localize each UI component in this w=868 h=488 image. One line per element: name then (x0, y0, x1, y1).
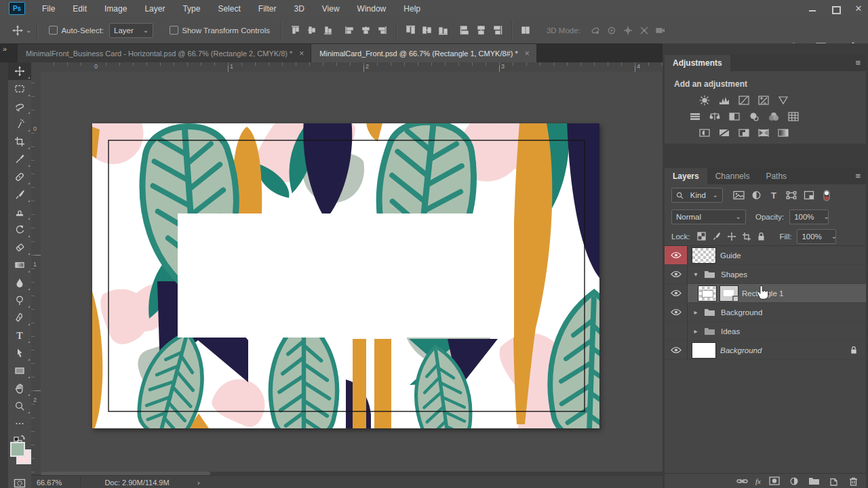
layer-filter-toggle[interactable] (819, 188, 834, 202)
close-tab-icon[interactable]: × (525, 49, 530, 58)
gradient-map-icon[interactable] (756, 127, 771, 139)
foreground-color-swatch[interactable] (10, 442, 25, 457)
auto-select-dropdown[interactable]: Layer ⌄ (109, 23, 153, 38)
eyedropper-tool[interactable] (8, 150, 31, 168)
new-adjustment-layer-icon[interactable] (788, 474, 800, 488)
color-lookup-icon[interactable] (786, 110, 801, 123)
tool-preset-caret-icon[interactable]: ⌄ (26, 28, 31, 33)
rectangle-shape-tool[interactable] (8, 362, 31, 380)
status-options-chevron-icon[interactable]: › (197, 479, 200, 487)
tab-paths[interactable]: Paths (757, 168, 795, 184)
layer-row-background[interactable]: Background (665, 341, 866, 360)
quick-selection-tool[interactable] (8, 115, 31, 133)
close-icon[interactable]: ✕ (854, 5, 863, 13)
dodge-tool[interactable] (8, 291, 31, 309)
align-horizontal-centers-icon[interactable] (358, 22, 374, 39)
move-tool[interactable] (8, 62, 31, 80)
brush-tool[interactable] (8, 186, 31, 203)
layer-name[interactable]: Background (721, 308, 762, 317)
layer-row-background-group[interactable]: ▸ Background (665, 303, 866, 322)
type-tool[interactable]: T (8, 327, 31, 344)
selective-color-icon[interactable] (776, 127, 791, 139)
layer-row-shapes[interactable]: ▾ Shapes (665, 265, 866, 284)
align-vertical-centers-icon[interactable] (304, 22, 320, 39)
chevron-right-icon[interactable]: ▸ (692, 308, 700, 316)
collapse-toolbar-icon[interactable]: » (3, 45, 6, 53)
filter-shape-layers-icon[interactable] (784, 188, 799, 202)
filter-kind-dropdown[interactable]: Kind ⌄ (671, 188, 723, 203)
invert-icon[interactable] (697, 127, 712, 139)
distribute-vertical-centers-icon[interactable] (419, 22, 435, 39)
menu-filter[interactable]: Filter (250, 0, 285, 17)
menu-file[interactable]: File (33, 0, 64, 17)
document-canvas[interactable] (92, 123, 599, 428)
fill-field[interactable]: 100% ⌄ (797, 229, 836, 244)
visibility-eye-icon[interactable] (665, 303, 688, 321)
eraser-tool[interactable] (8, 239, 31, 256)
levels-icon[interactable] (717, 94, 732, 106)
canvas-area[interactable] (41, 72, 663, 472)
layer-row-ideas[interactable]: ▸ Ideas (665, 322, 866, 341)
close-tab-icon[interactable]: × (299, 49, 304, 58)
add-layer-mask-icon[interactable] (768, 474, 781, 488)
new-layer-icon[interactable] (827, 474, 840, 488)
layer-name[interactable]: Guide (720, 251, 741, 260)
minimize-icon[interactable] (808, 5, 816, 13)
vibrance-icon[interactable] (776, 94, 791, 106)
menu-window[interactable]: Window (349, 0, 395, 17)
menu-layer[interactable]: Layer (136, 0, 174, 17)
tab-channels[interactable]: Channels (707, 168, 758, 184)
lock-artboard-icon[interactable] (739, 230, 754, 243)
marquee-tool[interactable] (8, 80, 31, 98)
path-selection-tool[interactable] (8, 344, 31, 362)
quick-mask-icon[interactable] (8, 474, 31, 488)
hue-saturation-icon[interactable] (688, 110, 703, 123)
photo-filter-icon[interactable] (747, 110, 762, 123)
panel-menu-icon[interactable]: ≡ (855, 58, 861, 68)
zoom-tool[interactable] (8, 397, 31, 415)
distribute-bottom-edges-icon[interactable] (435, 22, 452, 39)
tab-adjustments[interactable]: Adjustments (665, 55, 730, 71)
visibility-eye-empty[interactable] (665, 322, 688, 340)
vector-mask-thumbnail[interactable] (720, 286, 738, 301)
menu-3d[interactable]: 3D (285, 0, 313, 17)
layer-thumbnail[interactable] (692, 247, 716, 264)
distribute-right-edges-icon[interactable] (490, 22, 506, 39)
spot-healing-brush-tool[interactable] (8, 168, 31, 186)
lock-all-icon[interactable] (754, 230, 769, 243)
menu-help[interactable]: Help (395, 0, 429, 17)
history-brush-tool[interactable] (8, 221, 31, 239)
layer-name[interactable]: Shapes (721, 270, 747, 279)
ruler-origin-box[interactable] (31, 62, 41, 73)
opacity-field[interactable]: 100% ⌄ (789, 209, 829, 224)
edit-toolbar-icon[interactable] (8, 415, 31, 432)
curves-icon[interactable] (736, 94, 751, 106)
exposure-icon[interactable] (756, 94, 771, 106)
tab-layers[interactable]: Layers (665, 168, 707, 184)
document-tab-1[interactable]: MinimalFront_Business Card - Horizontal.… (18, 44, 311, 62)
chevron-right-icon[interactable]: ▸ (692, 327, 700, 335)
clone-stamp-tool[interactable] (8, 203, 31, 221)
menu-view[interactable]: View (313, 0, 349, 17)
menu-type[interactable]: Type (174, 0, 209, 17)
align-right-edges-icon[interactable] (374, 22, 391, 39)
zoom-level-field[interactable]: 66.67% (37, 479, 75, 487)
link-layers-icon[interactable] (736, 474, 748, 488)
black-and-white-icon[interactable] (727, 110, 742, 123)
lock-image-pixels-icon[interactable] (709, 230, 724, 243)
posterize-icon[interactable] (717, 127, 732, 139)
align-bottom-edges-icon[interactable] (320, 22, 336, 39)
blend-mode-dropdown[interactable]: Normal ⌄ (671, 209, 746, 224)
lock-position-icon[interactable] (724, 230, 739, 243)
distribute-top-edges-icon[interactable] (403, 22, 419, 39)
document-tab-2[interactable]: MinimalCard_Front.psd @ 66.7% (Rectangle… (311, 44, 536, 62)
filter-adjustment-layers-icon[interactable] (749, 188, 764, 202)
hand-tool[interactable] (8, 380, 31, 397)
lock-transparent-pixels-icon[interactable] (694, 230, 709, 243)
filter-type-layers-icon[interactable]: T (766, 188, 781, 202)
distribute-horizontal-centers-icon[interactable] (473, 22, 490, 39)
maximize-icon[interactable] (831, 5, 840, 13)
new-group-icon[interactable] (808, 474, 820, 488)
visibility-eye-icon[interactable] (665, 246, 688, 264)
filter-pixel-layers-icon[interactable] (731, 188, 746, 202)
